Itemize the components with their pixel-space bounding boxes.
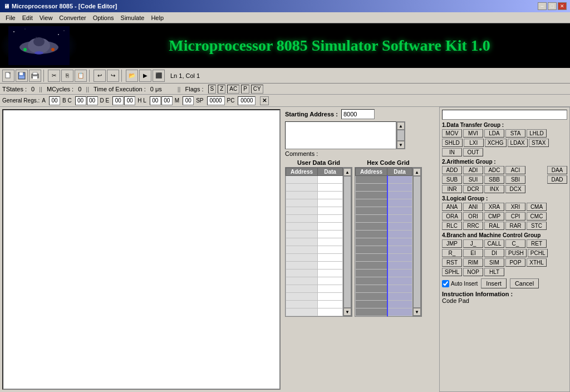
btn-jmp[interactable]: JMP: [442, 239, 462, 248]
reg-pc-input[interactable]: [238, 96, 255, 105]
toolbar-save[interactable]: [16, 70, 28, 82]
starting-address-input[interactable]: [341, 109, 375, 119]
btn-sui[interactable]: SUI: [463, 175, 483, 184]
btn-nop[interactable]: NOP: [463, 268, 483, 276]
hex-grid-row[interactable]: [356, 262, 412, 270]
btn-sbi[interactable]: SBI: [505, 175, 525, 184]
menu-options[interactable]: Options: [90, 14, 117, 22]
btn-aci[interactable]: ACI: [505, 166, 525, 174]
user-grid-row[interactable]: [286, 285, 343, 293]
toolbar-new[interactable]: [2, 70, 14, 82]
hcg-scrollbar[interactable]: ▲ ▼: [412, 168, 421, 316]
btn-sim[interactable]: SIM: [484, 258, 504, 267]
btn-rim[interactable]: RIM: [463, 258, 483, 267]
btn-ldax[interactable]: LDAX: [508, 139, 528, 147]
menu-help[interactable]: Help: [148, 14, 167, 22]
btn-cma[interactable]: CMA: [527, 203, 547, 211]
user-grid-row[interactable]: [286, 246, 343, 254]
close-button[interactable]: ✕: [558, 2, 567, 10]
btn-cpi[interactable]: CPI: [505, 212, 525, 220]
btn-in[interactable]: IN: [442, 148, 462, 156]
btn-ei[interactable]: EI: [463, 249, 483, 257]
btn-c_[interactable]: C_: [505, 239, 525, 248]
hex-grid-row[interactable]: [356, 192, 412, 199]
maximize-button[interactable]: □: [548, 2, 557, 10]
reg-e-input[interactable]: [124, 96, 135, 105]
btn-xchg[interactable]: XCHG: [485, 139, 507, 147]
btn-lxi[interactable]: LXI: [464, 139, 484, 147]
btn-di[interactable]: DI: [484, 249, 504, 257]
btn-pchl[interactable]: PCHL: [528, 249, 548, 257]
btn-ora[interactable]: ORA: [442, 212, 462, 220]
btn-xra[interactable]: XRA: [484, 203, 504, 211]
btn-sbb[interactable]: SBB: [484, 175, 504, 184]
user-grid-row[interactable]: [286, 231, 343, 238]
btn-pop[interactable]: POP: [505, 258, 525, 267]
reg-d-input[interactable]: [112, 96, 124, 105]
btn-dcr[interactable]: DCR: [463, 185, 483, 193]
user-grid-row[interactable]: [286, 199, 343, 207]
menu-converter[interactable]: Converter: [56, 14, 89, 22]
btn-lda[interactable]: LDA: [484, 129, 504, 138]
hex-grid-row[interactable]: [356, 277, 412, 285]
btn-dad[interactable]: DAD: [547, 175, 567, 184]
toolbar-redo[interactable]: ↪: [107, 70, 119, 82]
hex-grid-row[interactable]: [356, 301, 412, 308]
minimize-button[interactable]: –: [538, 2, 547, 10]
hex-grid-row[interactable]: [356, 199, 412, 207]
scroll-track[interactable]: [397, 130, 405, 141]
reg-h-input[interactable]: [150, 96, 161, 105]
menu-file[interactable]: File: [2, 14, 19, 22]
hcg-scroll-down[interactable]: ▼: [413, 308, 421, 316]
hex-grid-row[interactable]: [356, 231, 412, 238]
udg-scroll-down[interactable]: ▼: [343, 308, 351, 316]
btn-stc[interactable]: STC: [527, 222, 547, 230]
toolbar-stop[interactable]: ⬛: [153, 70, 165, 82]
auto-insert-checkbox[interactable]: [442, 280, 449, 287]
hex-grid-row[interactable]: [356, 176, 412, 184]
btn-rrc[interactable]: RRC: [463, 222, 483, 230]
udg-scroll-track[interactable]: [343, 176, 351, 308]
btn-add[interactable]: ADD: [442, 166, 462, 174]
btn-rar[interactable]: RAR: [505, 222, 525, 230]
btn-j_[interactable]: J_: [463, 239, 483, 248]
btn-call[interactable]: CALL: [484, 239, 504, 248]
btn-shld[interactable]: SHLD: [442, 139, 463, 147]
btn-inr[interactable]: INR: [442, 185, 462, 193]
user-grid-row[interactable]: [286, 192, 343, 199]
comments-textarea[interactable]: [285, 121, 396, 149]
btn-ani[interactable]: ANI: [463, 203, 483, 211]
scroll-down[interactable]: ▼: [397, 141, 405, 149]
user-grid-row[interactable]: [286, 254, 343, 262]
menu-simulate[interactable]: Simulate: [117, 14, 148, 22]
user-grid-row[interactable]: [286, 176, 343, 184]
hex-grid-row[interactable]: [356, 207, 412, 215]
user-grid-row[interactable]: [286, 207, 343, 215]
btn-hlt[interactable]: HLT: [484, 268, 504, 276]
insert-button[interactable]: Insert: [481, 278, 507, 288]
btn-sta[interactable]: STA: [505, 129, 525, 138]
hex-grid-row[interactable]: [356, 285, 412, 293]
btn-out[interactable]: OUT: [463, 148, 483, 156]
hex-grid-row[interactable]: [356, 270, 412, 277]
hcg-scroll-track[interactable]: [413, 176, 421, 308]
btn-xthl[interactable]: XTHL: [527, 258, 547, 267]
scroll-up[interactable]: ▲: [397, 122, 405, 130]
toolbar-print[interactable]: [29, 70, 41, 82]
btn-mov[interactable]: MOV: [442, 129, 462, 138]
btn-cmp[interactable]: CMP: [484, 212, 504, 220]
reg-b-input[interactable]: [75, 96, 86, 105]
user-grid-row[interactable]: [286, 184, 343, 192]
user-grid-row[interactable]: [286, 262, 343, 270]
btn-lhld[interactable]: LHLD: [527, 129, 547, 138]
instruction-search-input[interactable]: [442, 110, 567, 120]
udg-scrollbar[interactable]: ▲ ▼: [343, 168, 352, 316]
btn-ana[interactable]: ANA: [442, 203, 462, 211]
hex-grid-row[interactable]: [356, 254, 412, 262]
toolbar-copy[interactable]: ⎘: [61, 70, 73, 82]
user-grid-row[interactable]: [286, 238, 343, 246]
hex-grid-row[interactable]: [356, 184, 412, 192]
reg-sp-input[interactable]: [207, 96, 225, 105]
toolbar-undo[interactable]: ↩: [94, 70, 106, 82]
hex-grid-row[interactable]: [356, 223, 412, 231]
